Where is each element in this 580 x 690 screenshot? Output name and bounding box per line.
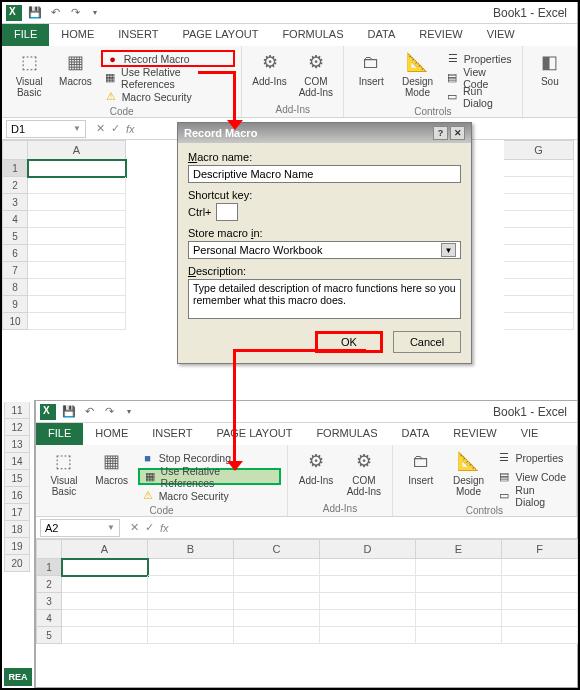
row-header[interactable]: 13 <box>4 436 30 453</box>
save-icon[interactable]: 💾 <box>28 6 42 20</box>
macros-button[interactable]: ▦ Macros <box>90 447 134 504</box>
chevron-down-icon[interactable]: ▼ <box>441 243 456 257</box>
description-input[interactable]: Type detailed description of macro funct… <box>188 279 461 319</box>
row-header[interactable]: 3 <box>2 194 28 211</box>
design-mode-button[interactable]: 📐 Design Mode <box>396 48 438 105</box>
qat-dropdown-icon[interactable]: ▾ <box>122 405 136 419</box>
row-header[interactable]: 1 <box>36 559 62 576</box>
tab-view[interactable]: VIEW <box>475 24 519 46</box>
macro-security-button[interactable]: ⚠ Macro Security <box>101 88 236 105</box>
tab-page-layout[interactable]: PAGE LAYOUT <box>204 423 304 445</box>
visual-basic-button[interactable]: ⬚ Visual Basic <box>42 447 86 504</box>
row-header[interactable]: 4 <box>2 211 28 228</box>
row-header[interactable]: 2 <box>2 177 28 194</box>
col-header[interactable]: B <box>148 539 234 559</box>
col-header[interactable]: E <box>416 539 502 559</box>
row-header[interactable]: 9 <box>2 296 28 313</box>
run-dialog-button[interactable]: ▭ Run Dialog <box>443 88 516 105</box>
row-header[interactable]: 20 <box>4 555 30 572</box>
visual-basic-button[interactable]: ⬚ Visual Basic <box>8 48 50 105</box>
row-header[interactable]: 14 <box>4 453 30 470</box>
col-header[interactable]: G <box>504 140 574 160</box>
tab-insert[interactable]: INSERT <box>140 423 204 445</box>
name-box[interactable]: D1▼ <box>6 120 86 138</box>
tab-file[interactable]: FILE <box>36 423 83 445</box>
tab-view[interactable]: VIE <box>509 423 541 445</box>
row-header[interactable]: 8 <box>2 279 28 296</box>
cancel-formula-icon[interactable]: ✕ <box>130 521 139 534</box>
redo-icon[interactable]: ↷ <box>102 405 116 419</box>
insert-control-button[interactable]: 🗀 Insert <box>350 48 392 105</box>
worksheet-grid[interactable]: 12345 ABCDEF <box>36 539 577 644</box>
select-all-corner[interactable] <box>2 140 28 160</box>
properties-button[interactable]: ☰Properties <box>494 449 570 466</box>
addins-button[interactable]: ⚙ Add-Ins <box>248 48 290 103</box>
redo-icon[interactable]: ↷ <box>68 6 82 20</box>
store-in-combo[interactable]: Personal Macro Workbook ▼ <box>188 241 461 259</box>
undo-icon[interactable]: ↶ <box>82 405 96 419</box>
row-header[interactable]: 5 <box>2 228 28 245</box>
row-header[interactable]: 4 <box>36 610 62 627</box>
tab-data[interactable]: DATA <box>390 423 442 445</box>
tab-review[interactable]: REVIEW <box>407 24 474 46</box>
view-code-button[interactable]: ▤ View Code <box>443 69 516 86</box>
run-dialog-button[interactable]: ▭Run Dialog <box>494 487 570 504</box>
cancel-button[interactable]: Cancel <box>393 331 461 353</box>
shortcut-key-input[interactable] <box>216 203 238 221</box>
row-header[interactable]: 17 <box>4 504 30 521</box>
save-icon[interactable]: 💾 <box>62 405 76 419</box>
cancel-formula-icon[interactable]: ✕ <box>96 122 105 135</box>
macro-security-button[interactable]: ⚠ Macro Security <box>138 487 282 504</box>
tab-insert[interactable]: INSERT <box>106 24 170 46</box>
row-header[interactable]: 1 <box>2 160 28 177</box>
select-all-corner[interactable] <box>36 539 62 559</box>
col-header[interactable]: C <box>234 539 320 559</box>
fx-icon[interactable]: fx <box>160 522 169 534</box>
row-header[interactable]: 3 <box>36 593 62 610</box>
design-mode-button[interactable]: 📐Design Mode <box>447 447 491 504</box>
row-header[interactable]: 19 <box>4 538 30 555</box>
stop-recording-button[interactable]: ■ Stop Recording <box>138 449 282 466</box>
row-header[interactable]: 18 <box>4 521 30 538</box>
tab-page-layout[interactable]: PAGE LAYOUT <box>170 24 270 46</box>
tab-home[interactable]: HOME <box>49 24 106 46</box>
row-header[interactable]: 12 <box>4 419 30 436</box>
fx-icon[interactable]: fx <box>126 123 135 135</box>
row-header[interactable]: 11 <box>4 402 30 419</box>
macros-button[interactable]: ▦ Macros <box>54 48 96 105</box>
row-header[interactable]: 6 <box>2 245 28 262</box>
dialog-titlebar[interactable]: Record Macro ? ✕ <box>178 123 471 143</box>
qat-dropdown-icon[interactable]: ▾ <box>88 6 102 20</box>
addins-button[interactable]: ⚙Add-Ins <box>294 447 338 502</box>
row-header[interactable]: 7 <box>2 262 28 279</box>
row-header[interactable]: 15 <box>4 470 30 487</box>
row-header[interactable]: 2 <box>36 576 62 593</box>
row-header[interactable]: 10 <box>2 313 28 330</box>
tab-data[interactable]: DATA <box>356 24 408 46</box>
tab-home[interactable]: HOME <box>83 423 140 445</box>
col-header[interactable]: D <box>320 539 416 559</box>
tab-formulas[interactable]: FORMULAS <box>304 423 389 445</box>
properties-button[interactable]: ☰ Properties <box>443 50 516 67</box>
source-button[interactable]: ◧ Sou <box>529 48 571 114</box>
row-header[interactable]: 5 <box>36 627 62 644</box>
use-relative-references-button[interactable]: ▦ Use Relative References <box>138 468 282 485</box>
tab-file[interactable]: FILE <box>2 24 49 46</box>
view-code-button[interactable]: ▤View Code <box>494 468 570 485</box>
col-header[interactable]: F <box>502 539 578 559</box>
tab-formulas[interactable]: FORMULAS <box>270 24 355 46</box>
record-macro-button[interactable]: ● Record Macro <box>101 50 236 67</box>
enter-formula-icon[interactable]: ✓ <box>145 521 154 534</box>
enter-formula-icon[interactable]: ✓ <box>111 122 120 135</box>
undo-icon[interactable]: ↶ <box>48 6 62 20</box>
col-header[interactable]: A <box>62 539 148 559</box>
close-button[interactable]: ✕ <box>450 126 465 140</box>
com-addins-button[interactable]: ⚙COM Add-Ins <box>342 447 386 502</box>
help-button[interactable]: ? <box>433 126 448 140</box>
insert-control-button[interactable]: 🗀Insert <box>399 447 443 504</box>
macro-name-input[interactable] <box>188 165 461 183</box>
com-addins-button[interactable]: ⚙ COM Add-Ins <box>295 48 337 103</box>
name-box[interactable]: A2▼ <box>40 519 120 537</box>
row-header[interactable]: 16 <box>4 487 30 504</box>
col-header[interactable]: A <box>28 140 126 160</box>
